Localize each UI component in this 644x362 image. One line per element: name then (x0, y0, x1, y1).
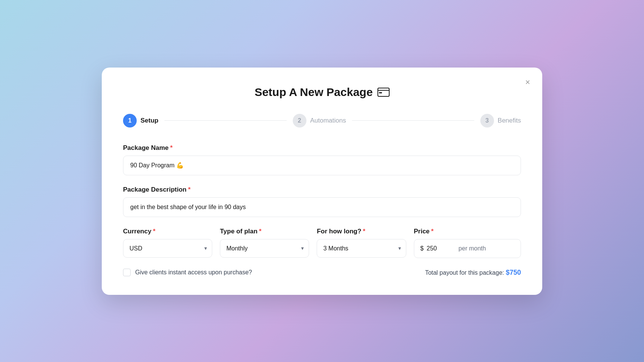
type-of-plan-select[interactable]: Monthly One-time Weekly (220, 239, 309, 258)
currency-group: Currency* USD EUR GBP ▾ (123, 228, 212, 258)
modal-title: Setup A New Package (254, 86, 389, 99)
card-icon (377, 88, 390, 97)
step-circle-2: 2 (293, 114, 306, 127)
package-description-label: Package Description* (123, 186, 521, 194)
step-circle-3: 3 (480, 114, 494, 127)
step-connector-1-2 (164, 120, 286, 121)
price-input-wrapper: $ per month (414, 239, 521, 258)
for-how-long-group: For how long?* 1 Month 2 Months 3 Months… (317, 228, 406, 258)
package-name-required: * (170, 144, 173, 151)
payout-info: Total payout for this package: $750 (425, 269, 521, 277)
package-description-group: Package Description* (123, 186, 521, 217)
modal-header: Setup A New Package (123, 86, 521, 99)
payout-amount: $750 (506, 269, 521, 276)
currency-select[interactable]: USD EUR GBP (123, 239, 212, 258)
step-label-1: Setup (140, 117, 158, 124)
package-name-group: Package Name* (123, 144, 521, 175)
svg-rect-2 (379, 92, 382, 93)
modal-overlay: × Setup A New Package 1 Setup (0, 0, 644, 362)
for-how-long-select-wrapper: 1 Month 2 Months 3 Months 6 Months 12 Mo… (317, 239, 406, 258)
price-group: Price* $ per month (414, 228, 521, 258)
currency-select-wrapper: USD EUR GBP ▾ (123, 239, 212, 258)
price-label: Price* (414, 228, 521, 235)
price-symbol: $ (420, 245, 424, 252)
step-label-3: Benefits (498, 117, 521, 124)
close-button[interactable]: × (524, 77, 532, 88)
checkbox-row: Give clients instant access upon purchas… (123, 269, 252, 276)
type-of-plan-select-wrapper: Monthly One-time Weekly ▾ (220, 239, 309, 258)
package-name-input[interactable] (123, 156, 521, 175)
type-of-plan-group: Type of plan* Monthly One-time Weekly ▾ (220, 228, 309, 258)
step-label-2: Automations (310, 117, 346, 124)
price-unit: per month (459, 245, 486, 252)
step-connector-2-3 (352, 120, 474, 121)
package-name-label: Package Name* (123, 144, 521, 152)
price-input[interactable] (425, 239, 456, 258)
for-how-long-label: For how long?* (317, 228, 406, 235)
step-3: 3 Benefits (480, 114, 521, 127)
instant-access-checkbox[interactable] (123, 269, 131, 276)
step-1: 1 Setup (123, 114, 158, 127)
fields-row: Currency* USD EUR GBP ▾ Type of plan* (123, 228, 521, 258)
modal: × Setup A New Package 1 Setup (102, 68, 542, 295)
currency-label: Currency* (123, 228, 212, 235)
step-circle-1: 1 (123, 114, 137, 127)
package-description-required: * (188, 186, 191, 193)
type-of-plan-label: Type of plan* (220, 228, 309, 235)
instant-access-label: Give clients instant access upon purchas… (135, 269, 252, 276)
step-2: 2 Automations (293, 114, 346, 127)
package-description-input[interactable] (123, 197, 521, 217)
bottom-row: Give clients instant access upon purchas… (123, 269, 521, 277)
for-how-long-select[interactable]: 1 Month 2 Months 3 Months 6 Months 12 Mo… (317, 239, 406, 258)
stepper: 1 Setup 2 Automations 3 Benefits (123, 114, 521, 127)
